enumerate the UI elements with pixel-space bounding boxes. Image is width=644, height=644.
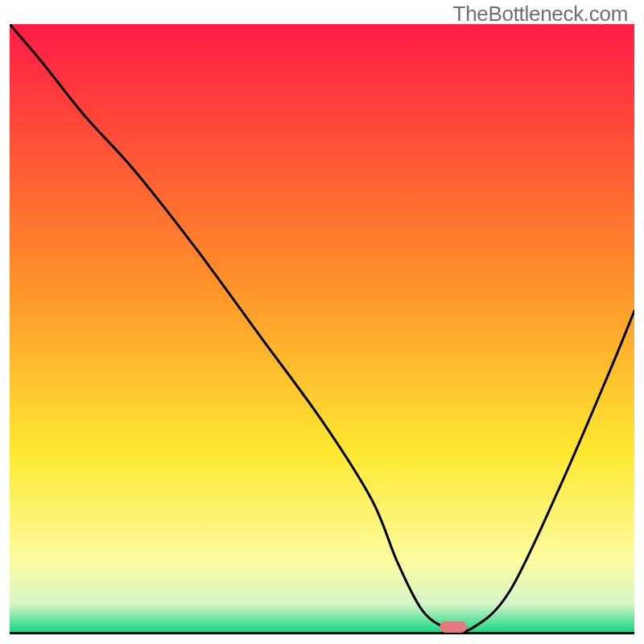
watermark-text: TheBottleneck.com	[453, 2, 628, 27]
bottleneck-chart	[0, 0, 644, 644]
svg-rect-1	[10, 24, 634, 634]
optimal-marker	[440, 621, 467, 633]
chart-container: TheBottleneck.com	[0, 0, 644, 644]
